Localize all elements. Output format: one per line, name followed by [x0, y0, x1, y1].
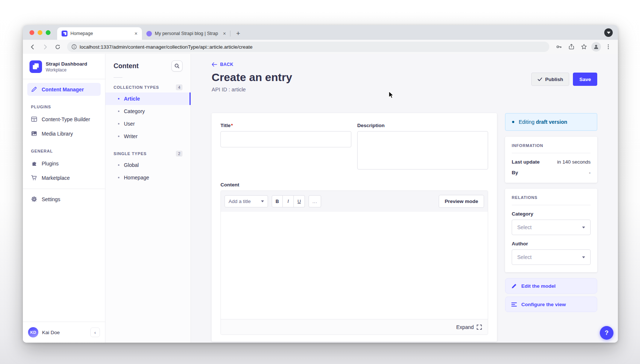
- brand-subtitle: Workplace: [46, 67, 87, 73]
- zoom-window-button[interactable]: [46, 30, 51, 35]
- publish-button[interactable]: Publish: [531, 73, 570, 86]
- chevron-down-icon: [607, 32, 611, 34]
- subnav-item-user[interactable]: User: [105, 118, 191, 130]
- category-select[interactable]: Select: [512, 220, 591, 235]
- back-button[interactable]: [27, 42, 38, 52]
- sidebar-item-label: Content-Type Builder: [42, 116, 90, 122]
- by-value: -: [589, 170, 591, 175]
- edit-model-button[interactable]: Edit the model: [505, 278, 597, 294]
- divider: [114, 77, 122, 78]
- author-label: Author: [512, 241, 591, 246]
- subnav-item-article[interactable]: Article: [105, 92, 191, 105]
- mouse-cursor: [388, 91, 396, 101]
- image-icon: [31, 130, 37, 137]
- information-card: INFORMATION Last update in 140 seconds B…: [505, 137, 597, 183]
- browser-window: Homepage × My personal Strapi blog | Str…: [23, 25, 618, 343]
- tab-blog[interactable]: My personal Strapi blog | Strap ×: [142, 27, 230, 40]
- pencil-icon: [511, 283, 517, 289]
- gear-icon: [31, 196, 37, 202]
- sidebar-item-marketplace[interactable]: Marketplace: [27, 171, 101, 184]
- plugins-section-label: PLUGINS: [31, 105, 97, 109]
- collapse-sidebar-button[interactable]: ‹: [90, 328, 100, 337]
- tab-search-button[interactable]: [604, 28, 613, 37]
- share-icon[interactable]: [566, 42, 577, 52]
- single-types-label: SINGLE TYPES: [114, 151, 147, 156]
- user-avatar: KD: [28, 327, 38, 337]
- general-section-label: GENERAL: [31, 149, 97, 153]
- new-tab-button[interactable]: +: [233, 29, 243, 38]
- subnav-item-global[interactable]: Global: [105, 159, 191, 171]
- sidebar-item-plugins[interactable]: Plugins: [27, 157, 101, 170]
- close-tab-icon[interactable]: ×: [135, 31, 138, 36]
- editor-toolbar: Add a title B I U ... Preview mode: [221, 191, 488, 212]
- underline-button[interactable]: U: [294, 195, 305, 207]
- reload-button[interactable]: [52, 42, 63, 52]
- collection-types-label: COLLECTION TYPES: [114, 85, 159, 90]
- subnav-item-label: Homepage: [124, 175, 149, 181]
- author-select[interactable]: Select: [512, 249, 591, 265]
- search-button[interactable]: [171, 60, 182, 71]
- minimize-window-button[interactable]: [38, 30, 42, 35]
- strapi-logo: [29, 60, 42, 73]
- info-icon[interactable]: [72, 44, 77, 49]
- search-icon: [174, 63, 180, 69]
- bullet-icon: [118, 98, 119, 99]
- more-formats-button[interactable]: ...: [309, 195, 321, 207]
- italic-button[interactable]: I: [283, 195, 294, 207]
- title-input[interactable]: [220, 131, 351, 147]
- browser-menu-icon[interactable]: [603, 42, 613, 52]
- sidebar-item-content-type-builder[interactable]: Content-Type Builder: [27, 113, 101, 126]
- back-link[interactable]: BACK: [212, 62, 233, 67]
- editing-draft-banner: Editing draft version: [505, 113, 597, 131]
- user-name: Kai Doe: [42, 330, 87, 335]
- information-title: INFORMATION: [512, 143, 591, 148]
- chevron-down-icon: [582, 256, 585, 258]
- close-window-button[interactable]: [29, 30, 34, 35]
- title-field-label: Title*: [220, 123, 351, 128]
- puzzle-icon: [31, 160, 37, 167]
- subnav-title: Content: [114, 62, 139, 70]
- subnav-item-homepage[interactable]: Homepage: [105, 171, 191, 184]
- sidebar-item-content-manager[interactable]: Content Manager: [27, 83, 101, 96]
- expand-button[interactable]: Expand: [456, 324, 474, 330]
- bullet-icon: [118, 164, 119, 166]
- sidebar-item-label: Plugins: [42, 161, 59, 167]
- bullet-icon: [118, 177, 119, 178]
- last-update-value: in 140 seconds: [557, 159, 591, 165]
- api-id-subtitle: API ID : article: [212, 87, 292, 92]
- editor-textarea[interactable]: [221, 212, 488, 319]
- heading-select[interactable]: Add a title: [225, 195, 268, 207]
- bookmark-star-icon[interactable]: [579, 42, 589, 52]
- divider: [23, 189, 105, 189]
- browser-toolbar: localhost:1337/admin/content-manager/col…: [23, 40, 618, 54]
- description-textarea[interactable]: [357, 131, 488, 169]
- sidebar-item-label: Settings: [42, 196, 60, 202]
- forward-button[interactable]: [40, 42, 50, 52]
- tab-homepage[interactable]: Homepage ×: [57, 27, 142, 40]
- cart-icon: [31, 175, 37, 181]
- save-button[interactable]: Save: [573, 73, 597, 86]
- blog-favicon: [146, 31, 152, 36]
- subnav-item-category[interactable]: Category: [105, 105, 191, 118]
- workspace-brand[interactable]: Strapi Dashboard Workplace: [23, 54, 105, 79]
- bold-button[interactable]: B: [272, 195, 283, 207]
- user-row[interactable]: KD Kai Doe ‹: [23, 322, 105, 343]
- sidebar-item-media-library[interactable]: Media Library: [27, 127, 101, 140]
- pen-icon: [31, 86, 37, 92]
- close-tab-icon[interactable]: ×: [223, 31, 226, 36]
- subnav-item-writer[interactable]: Writer: [105, 130, 191, 143]
- meta-panel: Editing draft version INFORMATION Last u…: [505, 113, 597, 312]
- password-key-icon[interactable]: [554, 42, 564, 52]
- help-button[interactable]: ?: [600, 326, 613, 340]
- strapi-favicon: [62, 31, 67, 36]
- by-row: By -: [512, 170, 591, 175]
- configure-view-button[interactable]: Configure the view: [505, 297, 597, 312]
- sidebar-item-settings[interactable]: Settings: [27, 193, 101, 206]
- bullet-icon: [118, 111, 119, 112]
- brand-title: Strapi Dashboard: [46, 61, 87, 67]
- preview-mode-button[interactable]: Preview mode: [439, 195, 484, 208]
- browser-profile-avatar[interactable]: [591, 42, 601, 52]
- arrow-left-icon: [212, 62, 217, 67]
- url-bar[interactable]: localhost:1337/admin/content-manager/col…: [67, 42, 549, 52]
- expand-icon[interactable]: [477, 325, 482, 330]
